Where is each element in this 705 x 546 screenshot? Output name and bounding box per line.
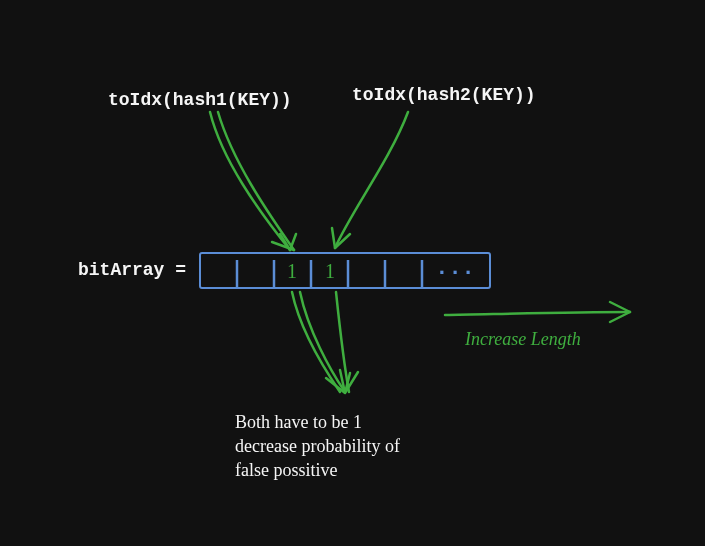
increase-length-label: Increase Length [464, 329, 581, 349]
svg-text:false possitive: false possitive [235, 460, 337, 480]
arrow-hash1 [210, 112, 296, 250]
bit-array: 1 1 ... [200, 253, 490, 288]
explanation-text: Both have to be 1 decrease probability o… [235, 412, 400, 480]
bit-ellipsis: ... [435, 256, 475, 281]
bit-cell-4: 1 [325, 260, 335, 282]
bitarray-label: bitArray = [78, 260, 186, 280]
hash2-label: toIdx(hash2(KEY)) [352, 85, 536, 105]
hash1-label: toIdx(hash1(KEY)) [108, 90, 292, 110]
svg-text:decrease probability of: decrease probability of [235, 436, 400, 456]
arrow-to-explanation [292, 292, 358, 393]
arrow-hash2 [332, 112, 408, 248]
bit-cell-3: 1 [287, 260, 297, 282]
svg-text:Both have to be 1: Both have to be 1 [235, 412, 362, 432]
increase-length-arrow [445, 302, 630, 322]
